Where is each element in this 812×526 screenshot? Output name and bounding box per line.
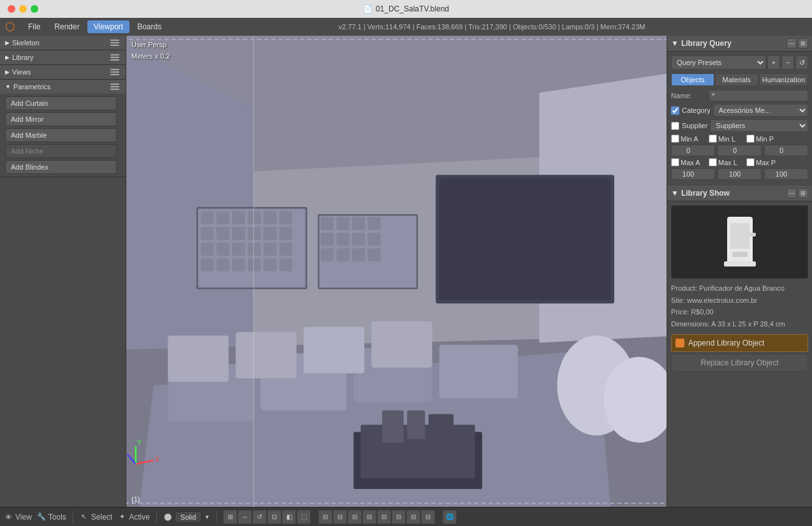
mode-btn-6[interactable]: ⬚	[297, 510, 311, 524]
library-label: Library	[12, 54, 34, 61]
category-checkbox[interactable]	[671, 106, 679, 115]
bottom-right-group: ⊟ ⊟ ⊟ ⊟ ⊟ ⊟ ⊟ ⊟	[318, 510, 435, 524]
library-show-header[interactable]: ▼ Library Show — ⊠	[667, 186, 812, 201]
max-a-checkbox[interactable]	[671, 158, 679, 166]
name-input[interactable]	[709, 90, 808, 101]
product-image	[714, 210, 765, 274]
query-presets-select[interactable]: Query Presets	[671, 55, 766, 69]
replace-button[interactable]: Replace Library Object	[671, 354, 808, 372]
views-header[interactable]: ▶ Views	[0, 65, 126, 79]
svg-rect-35	[321, 217, 334, 230]
library-header[interactable]: ▶ Library	[0, 50, 126, 64]
skeleton-header[interactable]: ▶ Skeleton	[0, 36, 126, 50]
name-row: Name:	[671, 90, 808, 101]
query-remove-button[interactable]: −	[781, 55, 794, 69]
min-l-input[interactable]	[718, 145, 762, 156]
svg-rect-44	[336, 249, 349, 261]
mode-btn-1[interactable]: ⊞	[223, 510, 237, 524]
append-button[interactable]: Append Library Object	[671, 334, 808, 352]
frame-label: (1)	[131, 495, 140, 503]
svg-rect-18	[248, 227, 261, 240]
layout-btn-6[interactable]: ⊟	[392, 510, 406, 524]
min-a-input[interactable]	[671, 145, 715, 156]
min-a-checkbox[interactable]	[671, 135, 679, 143]
solid-button[interactable]: Solid	[175, 511, 202, 523]
menu-render[interactable]: Render	[48, 20, 85, 33]
svg-rect-21	[201, 243, 214, 256]
category-select[interactable]: Acessórios Me...	[713, 104, 808, 117]
svg-rect-26	[279, 243, 292, 256]
add-curtain-button[interactable]: Add Curtain	[5, 96, 117, 110]
svg-rect-42	[368, 233, 381, 245]
parametrics-header[interactable]: ▼ Parametrics	[0, 80, 126, 94]
product-info: Product: Purificador de Agua Branco Site…	[671, 282, 808, 330]
menu-file[interactable]: File	[22, 20, 47, 33]
layout-btn-8[interactable]: ⊟	[421, 510, 435, 524]
svg-rect-64	[429, 414, 454, 442]
min-p-label: Min P	[756, 135, 774, 143]
views-collapse-icon	[109, 68, 121, 77]
panel-pin-icon[interactable]: —	[786, 38, 797, 48]
tab-humanization[interactable]: Humanization	[759, 73, 808, 86]
menu-boards[interactable]: Boards	[131, 20, 168, 33]
layout-btn-1[interactable]: ⊟	[318, 510, 332, 524]
active-item[interactable]: ✦ Active	[117, 513, 150, 522]
max-p-checkbox[interactable]	[746, 158, 755, 166]
layout-btn-5[interactable]: ⊟	[377, 510, 391, 524]
max-l-input[interactable]	[718, 168, 762, 180]
layout-btn-2[interactable]: ⊟	[333, 510, 347, 524]
view-label: View	[15, 513, 32, 522]
tab-objects[interactable]: Objects	[671, 73, 714, 86]
close-button[interactable]	[8, 5, 15, 13]
max-a-input[interactable]	[671, 168, 715, 180]
supplier-checkbox[interactable]	[671, 122, 679, 130]
svg-rect-48	[439, 179, 611, 300]
viewport[interactable]: User Persp Meters x 0.2	[126, 36, 667, 507]
layout-btn-3[interactable]: ⊟	[348, 510, 362, 524]
library-query-header[interactable]: ▼ Library Query — ⊠	[667, 36, 812, 52]
query-refresh-button[interactable]: ↺	[795, 55, 808, 69]
tools-item[interactable]: 🔧 Tools	[37, 513, 66, 522]
svg-rect-15	[201, 227, 214, 240]
select-item[interactable]: ↖ Select	[80, 513, 112, 522]
views-arrow: ▶	[5, 69, 10, 75]
add-mirror-button[interactable]: Add Mirror	[5, 112, 117, 126]
add-marble-button[interactable]: Add Marble	[5, 128, 117, 142]
product-preview	[671, 205, 808, 279]
product-dimensions: Dimensions: A 33 x L 25 x P 28,4 cm	[671, 318, 808, 330]
library-show-detach-icon[interactable]: ⊠	[798, 188, 808, 198]
add-blindex-button[interactable]: Add Blindex	[5, 160, 117, 174]
parametrics-label: Parametrics	[13, 83, 51, 91]
svg-rect-36	[336, 217, 349, 230]
supplier-select[interactable]: Suppliers	[710, 119, 808, 132]
library-show-pin-icon[interactable]: —	[786, 188, 797, 198]
min-p-checkbox[interactable]	[746, 135, 755, 143]
skeleton-section: ▶ Skeleton	[0, 36, 126, 50]
tab-materials[interactable]: Materials	[715, 73, 758, 86]
solid-chevron-icon: ▼	[204, 514, 210, 520]
max-p-input[interactable]	[764, 168, 808, 180]
solid-mode-item[interactable]: ⬤ Solid ▼	[163, 511, 210, 523]
category-row: Category Acessórios Me...	[671, 104, 808, 117]
min-p-input[interactable]	[764, 145, 808, 156]
svg-rect-27	[201, 258, 214, 271]
panel-detach-icon[interactable]: ⊠	[798, 38, 808, 48]
add-niche-button[interactable]: Add Niche	[5, 144, 117, 158]
layout-btn-7[interactable]: ⊟	[406, 510, 420, 524]
menu-viewport[interactable]: Viewport	[87, 20, 129, 33]
global-icon[interactable]: 🌐	[443, 510, 457, 524]
minimize-button[interactable]	[19, 5, 27, 13]
svg-rect-55	[236, 332, 297, 379]
query-add-button[interactable]: +	[767, 55, 780, 69]
window-controls[interactable]	[8, 5, 38, 13]
layout-btn-4[interactable]: ⊟	[362, 510, 376, 524]
max-l-checkbox[interactable]	[709, 158, 717, 166]
maximize-button[interactable]	[31, 5, 38, 13]
mode-btn-5[interactable]: ◧	[282, 510, 296, 524]
mode-btn-2[interactable]: ↔	[238, 510, 252, 524]
view-item[interactable]: 👁 View	[4, 513, 32, 522]
mode-btn-4[interactable]: ⊡	[267, 510, 281, 524]
mode-btn-3[interactable]: ↺	[253, 510, 267, 524]
viewport-scene: X Y Z	[126, 36, 667, 507]
min-l-checkbox[interactable]	[709, 135, 717, 143]
